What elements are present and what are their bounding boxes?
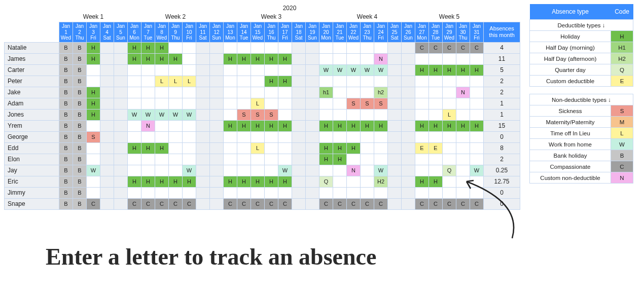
absence-cell[interactable] xyxy=(319,131,333,142)
absence-cell[interactable] xyxy=(237,64,251,76)
absence-cell[interactable] xyxy=(306,53,319,64)
absence-cell[interactable] xyxy=(361,76,374,87)
absence-cell[interactable] xyxy=(306,187,319,198)
absence-cell[interactable] xyxy=(100,64,114,76)
absence-cell[interactable] xyxy=(292,64,306,76)
absence-cell[interactable] xyxy=(278,87,292,98)
absence-cell[interactable]: B xyxy=(59,187,73,198)
absence-cell[interactable]: W xyxy=(183,109,196,120)
absence-cell[interactable]: B xyxy=(59,154,73,165)
absence-cell[interactable] xyxy=(388,154,402,165)
absence-cell[interactable] xyxy=(196,187,210,198)
absence-cell[interactable] xyxy=(210,64,224,76)
absence-cell[interactable] xyxy=(169,98,183,109)
absence-cell[interactable]: C xyxy=(183,198,196,209)
absence-cell[interactable] xyxy=(128,64,141,76)
absence-cell[interactable]: H xyxy=(251,176,265,187)
absence-cell[interactable]: H xyxy=(415,64,429,76)
absence-cell[interactable] xyxy=(251,76,265,87)
absence-cell[interactable]: C xyxy=(374,198,388,209)
absence-cell[interactable] xyxy=(87,142,100,154)
absence-cell[interactable]: E xyxy=(415,142,429,154)
absence-cell[interactable] xyxy=(456,53,470,64)
absence-cell[interactable]: N xyxy=(141,120,155,131)
absence-cell[interactable] xyxy=(196,109,210,120)
absence-cell[interactable]: H xyxy=(265,53,278,64)
absence-cell[interactable] xyxy=(333,176,347,187)
absence-cell[interactable] xyxy=(100,87,114,98)
absence-cell[interactable] xyxy=(128,187,141,198)
absence-cell[interactable] xyxy=(169,187,183,198)
absence-cell[interactable] xyxy=(402,154,415,165)
absence-cell[interactable] xyxy=(361,154,374,165)
absence-cell[interactable]: H xyxy=(347,120,361,131)
absence-cell[interactable]: H xyxy=(251,120,265,131)
absence-cell[interactable] xyxy=(347,187,361,198)
absence-cell[interactable] xyxy=(155,64,169,76)
absence-cell[interactable] xyxy=(361,42,374,53)
absence-cell[interactable] xyxy=(306,98,319,109)
absence-cell[interactable] xyxy=(224,131,237,142)
absence-cell[interactable] xyxy=(402,98,415,109)
absence-cell[interactable] xyxy=(87,64,100,76)
absence-cell[interactable] xyxy=(306,154,319,165)
absence-cell[interactable] xyxy=(292,165,306,176)
absence-cell[interactable] xyxy=(402,187,415,198)
absence-cell[interactable] xyxy=(374,76,388,87)
absence-cell[interactable] xyxy=(292,131,306,142)
absence-cell[interactable]: H xyxy=(87,109,100,120)
absence-cell[interactable]: L xyxy=(155,76,169,87)
absence-cell[interactable]: H xyxy=(128,142,141,154)
absence-cell[interactable] xyxy=(224,98,237,109)
absence-cell[interactable] xyxy=(388,42,402,53)
absence-cell[interactable] xyxy=(265,42,278,53)
absence-cell[interactable] xyxy=(374,142,388,154)
absence-cell[interactable]: B xyxy=(59,64,73,76)
absence-cell[interactable] xyxy=(278,42,292,53)
absence-cell[interactable]: H xyxy=(87,98,100,109)
absence-cell[interactable]: H xyxy=(169,176,183,187)
absence-cell[interactable]: L xyxy=(251,142,265,154)
absence-cell[interactable] xyxy=(333,53,347,64)
absence-cell[interactable]: H xyxy=(141,42,155,53)
absence-cell[interactable] xyxy=(306,64,319,76)
absence-cell[interactable]: H xyxy=(333,154,347,165)
absence-cell[interactable]: S xyxy=(374,98,388,109)
absence-cell[interactable]: W xyxy=(470,165,484,176)
absence-cell[interactable]: B xyxy=(73,120,87,131)
absence-cell[interactable] xyxy=(470,154,484,165)
absence-cell[interactable] xyxy=(210,109,224,120)
absence-cell[interactable]: C xyxy=(415,198,429,209)
absence-cell[interactable]: S xyxy=(265,109,278,120)
absence-cell[interactable] xyxy=(292,176,306,187)
absence-cell[interactable]: H xyxy=(278,120,292,131)
absence-cell[interactable] xyxy=(251,154,265,165)
absence-cell[interactable] xyxy=(141,154,155,165)
absence-cell[interactable] xyxy=(100,98,114,109)
absence-cell[interactable] xyxy=(278,154,292,165)
absence-cell[interactable] xyxy=(470,109,484,120)
absence-cell[interactable] xyxy=(100,76,114,87)
absence-cell[interactable] xyxy=(361,187,374,198)
absence-cell[interactable] xyxy=(319,165,333,176)
absence-cell[interactable] xyxy=(169,87,183,98)
absence-cell[interactable] xyxy=(128,98,141,109)
absence-cell[interactable] xyxy=(429,98,443,109)
absence-cell[interactable] xyxy=(374,109,388,120)
absence-cell[interactable]: H xyxy=(141,176,155,187)
absence-cell[interactable] xyxy=(292,98,306,109)
absence-cell[interactable]: H xyxy=(237,53,251,64)
absence-cell[interactable] xyxy=(361,87,374,98)
absence-cell[interactable] xyxy=(306,87,319,98)
absence-cell[interactable] xyxy=(265,142,278,154)
absence-cell[interactable] xyxy=(456,131,470,142)
absence-cell[interactable] xyxy=(169,154,183,165)
absence-cell[interactable]: B xyxy=(73,53,87,64)
absence-cell[interactable] xyxy=(347,76,361,87)
absence-cell[interactable]: C xyxy=(155,198,169,209)
absence-cell[interactable]: H xyxy=(155,176,169,187)
absence-cell[interactable]: B xyxy=(59,176,73,187)
absence-cell[interactable] xyxy=(141,131,155,142)
absence-cell[interactable] xyxy=(402,42,415,53)
absence-cell[interactable]: Q xyxy=(443,165,456,176)
